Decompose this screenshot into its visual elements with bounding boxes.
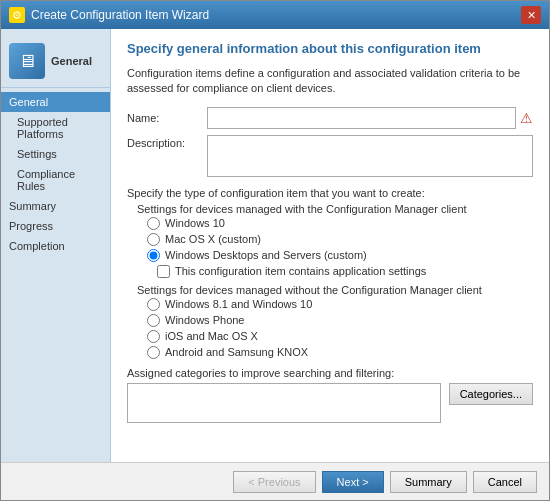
footer: < Previous Next > Summary Cancel bbox=[1, 462, 549, 500]
radio-windows10: Windows 10 bbox=[147, 217, 533, 230]
radio-android-label: Android and Samsung KNOX bbox=[165, 346, 308, 358]
radio-windows10-input[interactable] bbox=[147, 217, 160, 230]
wizard-window: ⚙ Create Configuration Item Wizard ✕ 🖥 G… bbox=[0, 0, 550, 501]
title-bar-left: ⚙ Create Configuration Item Wizard bbox=[9, 7, 209, 23]
description-input-wrap bbox=[207, 135, 533, 177]
radio-macosx: Mac OS X (custom) bbox=[147, 233, 533, 246]
app-settings-checkbox-row: This configuration item contains applica… bbox=[157, 265, 533, 278]
categories-section: Assigned categories to improve searching… bbox=[127, 367, 533, 423]
categories-button[interactable]: Categories... bbox=[449, 383, 533, 405]
window-title: Create Configuration Item Wizard bbox=[31, 8, 209, 22]
sidebar-item-progress[interactable]: Progress bbox=[1, 216, 110, 236]
radio-android-input[interactable] bbox=[147, 346, 160, 359]
app-settings-checkbox[interactable] bbox=[157, 265, 170, 278]
subsection-without-client-label: Settings for devices managed without the… bbox=[137, 284, 533, 296]
radio-ios-label: iOS and Mac OS X bbox=[165, 330, 258, 342]
window-icon: ⚙ bbox=[9, 7, 25, 23]
description-row: Description: bbox=[127, 135, 533, 177]
title-bar: ⚙ Create Configuration Item Wizard ✕ bbox=[1, 1, 549, 29]
main-content: Specify general information about this c… bbox=[111, 29, 549, 462]
categories-row: Categories... bbox=[127, 383, 533, 423]
description-text: Configuration items define a configurati… bbox=[127, 66, 533, 97]
name-input-wrap: ⚠ bbox=[207, 107, 533, 129]
categories-textarea[interactable] bbox=[127, 383, 441, 423]
description-input[interactable] bbox=[207, 135, 533, 177]
sidebar-item-supported-platforms[interactable]: Supported Platforms bbox=[1, 112, 110, 144]
sidebar-item-completion[interactable]: Completion bbox=[1, 236, 110, 256]
description-label: Description: bbox=[127, 137, 207, 149]
categories-label: Assigned categories to improve searching… bbox=[127, 367, 533, 379]
name-row: Name: ⚠ bbox=[127, 107, 533, 129]
previous-button[interactable]: < Previous bbox=[233, 471, 315, 493]
subsection-with-client-label: Settings for devices managed with the Co… bbox=[137, 203, 533, 215]
radio-winphone-input[interactable] bbox=[147, 314, 160, 327]
radio-windesktop-input[interactable] bbox=[147, 249, 160, 262]
section-label: Specify the type of configuration item t… bbox=[127, 187, 533, 199]
sidebar-item-compliance-rules[interactable]: Compliance Rules bbox=[1, 164, 110, 196]
radio-windesktop: Windows Desktops and Servers (custom) bbox=[147, 249, 533, 262]
radio-android: Android and Samsung KNOX bbox=[147, 346, 533, 359]
radio-group-without-client: Windows 8.1 and Windows 10 Windows Phone… bbox=[147, 298, 533, 359]
cancel-button[interactable]: Cancel bbox=[473, 471, 537, 493]
radio-winphone: Windows Phone bbox=[147, 314, 533, 327]
radio-winphone-label: Windows Phone bbox=[165, 314, 245, 326]
sidebar-item-general[interactable]: General bbox=[1, 92, 110, 112]
sidebar-header: 🖥 General bbox=[1, 37, 110, 88]
radio-win81-label: Windows 8.1 and Windows 10 bbox=[165, 298, 312, 310]
name-label: Name: bbox=[127, 112, 207, 124]
sidebar-header-text: General bbox=[51, 55, 92, 67]
app-settings-label: This configuration item contains applica… bbox=[175, 265, 426, 277]
radio-ios-input[interactable] bbox=[147, 330, 160, 343]
close-button[interactable]: ✕ bbox=[521, 6, 541, 24]
radio-macosx-input[interactable] bbox=[147, 233, 160, 246]
radio-windesktop-label: Windows Desktops and Servers (custom) bbox=[165, 249, 367, 261]
radio-macosx-label: Mac OS X (custom) bbox=[165, 233, 261, 245]
sidebar-icon: 🖥 bbox=[9, 43, 45, 79]
name-input[interactable] bbox=[207, 107, 516, 129]
radio-group-with-client: Windows 10 Mac OS X (custom) Windows Des… bbox=[147, 217, 533, 262]
next-button[interactable]: Next > bbox=[322, 471, 384, 493]
required-icon: ⚠ bbox=[520, 110, 533, 126]
summary-button[interactable]: Summary bbox=[390, 471, 467, 493]
radio-ios: iOS and Mac OS X bbox=[147, 330, 533, 343]
radio-windows10-label: Windows 10 bbox=[165, 217, 225, 229]
radio-win81: Windows 8.1 and Windows 10 bbox=[147, 298, 533, 311]
page-title: Specify general information about this c… bbox=[127, 41, 533, 56]
radio-win81-input[interactable] bbox=[147, 298, 160, 311]
content-area: 🖥 General General Supported Platforms Se… bbox=[1, 29, 549, 462]
computer-icon: 🖥 bbox=[18, 51, 36, 72]
sidebar-item-summary[interactable]: Summary bbox=[1, 196, 110, 216]
sidebar-item-settings[interactable]: Settings bbox=[1, 144, 110, 164]
sidebar: 🖥 General General Supported Platforms Se… bbox=[1, 29, 111, 462]
